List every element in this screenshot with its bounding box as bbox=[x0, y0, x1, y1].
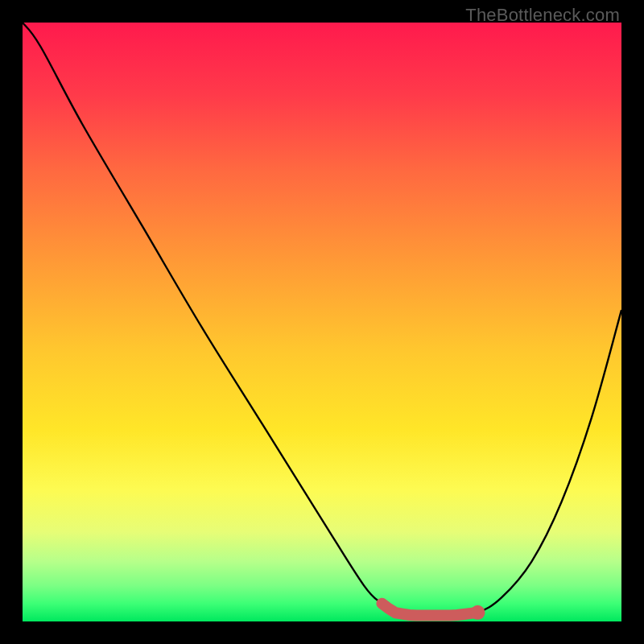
plot-area bbox=[23, 23, 621, 621]
optimal-zone-highlight bbox=[382, 604, 477, 616]
bottleneck-curve bbox=[23, 23, 621, 616]
chart-container: TheBottleneck.com bbox=[0, 0, 644, 644]
watermark-text: TheBottleneck.com bbox=[465, 5, 620, 26]
optimal-zone-end-dot bbox=[470, 605, 485, 620]
chart-svg bbox=[23, 23, 621, 621]
